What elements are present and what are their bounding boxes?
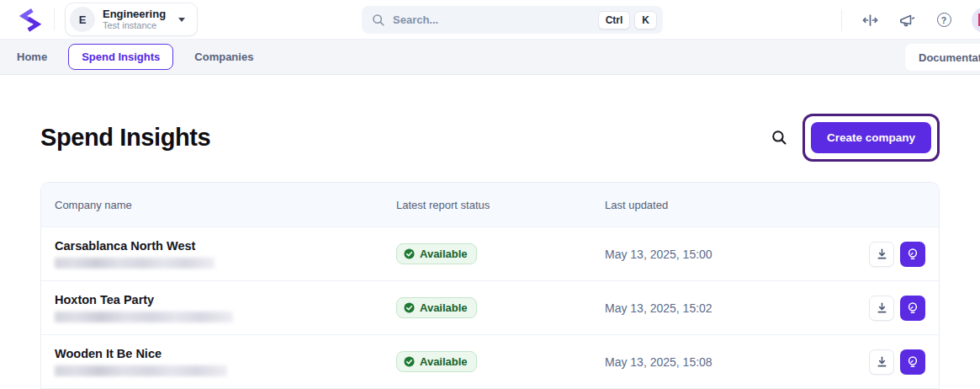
status-label: Available — [420, 301, 468, 314]
chevron-down-icon — [178, 18, 185, 22]
click-annotation-highlight: Create company — [803, 114, 940, 162]
download-icon — [876, 355, 888, 368]
org-avatar: E — [70, 7, 95, 32]
check-circle-icon — [404, 356, 415, 367]
status-badge: Available — [396, 297, 477, 318]
help-icon: ? — [937, 13, 951, 27]
top-header: E Engineering Test instance Search... Ct… — [0, 0, 980, 40]
codat-logo-icon — [12, 4, 42, 35]
status-label: Available — [420, 355, 468, 368]
resize-panel-button[interactable] — [861, 11, 879, 29]
user-avatar[interactable] — [972, 8, 980, 33]
table-row[interactable]: Carsablanca North West Available May 13,… — [41, 226, 939, 280]
nav-item-home[interactable]: Home — [17, 44, 47, 70]
nav-item-spend-insights[interactable]: Spend Insights — [68, 44, 173, 70]
download-report-button[interactable] — [869, 242, 894, 267]
last-updated: May 13, 2025, 15:08 — [605, 355, 841, 369]
megaphone-icon — [898, 13, 915, 28]
header-divider — [54, 8, 55, 30]
status-label: Available — [420, 248, 468, 260]
search-icon — [771, 130, 787, 146]
redacted-company-id — [55, 258, 215, 269]
column-report-status: Latest report status — [396, 199, 605, 211]
redacted-company-id — [55, 312, 233, 322]
page-content: Spend Insights Create company Company na… — [0, 114, 980, 389]
search-placeholder: Search... — [393, 13, 438, 26]
announcements-button[interactable] — [898, 11, 916, 29]
last-updated: May 13, 2025, 15:02 — [605, 301, 841, 315]
column-last-updated: Last updated — [605, 199, 841, 211]
table-row[interactable]: Wooden It Be Nice Available May 13, 2025… — [41, 334, 939, 388]
page-title: Spend Insights — [40, 124, 210, 152]
horizontal-resize-icon — [862, 13, 878, 27]
help-button[interactable]: ? — [935, 11, 953, 29]
lightbulb-icon — [906, 355, 919, 369]
org-name: Engineering — [103, 8, 166, 20]
org-subtitle: Test instance — [103, 20, 166, 31]
kbd-k: K — [634, 11, 657, 29]
last-updated: May 13, 2025, 15:00 — [605, 248, 841, 261]
table-row[interactable]: Hoxton Tea Party Available May 13, 2025,… — [41, 280, 939, 334]
download-icon — [876, 301, 888, 314]
download-icon — [876, 248, 888, 260]
create-company-button[interactable]: Create company — [811, 122, 931, 153]
table-header-row: Company name Latest report status Last u… — [41, 183, 939, 226]
download-report-button[interactable] — [869, 349, 894, 375]
status-badge: Available — [396, 351, 477, 372]
company-name: Carsablanca North West — [55, 239, 396, 253]
companies-table: Company name Latest report status Last u… — [40, 182, 940, 389]
lightbulb-icon — [906, 301, 919, 315]
check-circle-icon — [404, 248, 415, 259]
view-insights-button[interactable] — [900, 349, 925, 375]
table-search-button[interactable] — [771, 129, 789, 147]
view-insights-button[interactable] — [900, 242, 925, 267]
column-company-name: Company name — [55, 199, 396, 211]
main-nav: Home Spend Insights Companies Documentat… — [0, 40, 980, 75]
redacted-company-id — [55, 365, 227, 376]
app-logo[interactable] — [10, 3, 44, 36]
view-insights-button[interactable] — [900, 296, 925, 321]
header-divider — [841, 9, 842, 31]
nav-item-companies[interactable]: Companies — [194, 44, 253, 70]
download-report-button[interactable] — [869, 296, 894, 321]
company-name: Wooden It Be Nice — [55, 347, 396, 360]
status-badge: Available — [396, 243, 477, 264]
kbd-ctrl: Ctrl — [598, 11, 631, 29]
search-icon — [372, 13, 385, 27]
global-search-input[interactable]: Search... Ctrl K — [362, 6, 663, 34]
lightbulb-icon — [906, 248, 919, 261]
nav-item-documentation[interactable]: Documentation — [905, 44, 980, 71]
org-switcher[interactable]: E Engineering Test instance — [65, 3, 198, 36]
company-name: Hoxton Tea Party — [55, 293, 396, 306]
check-circle-icon — [404, 302, 415, 313]
